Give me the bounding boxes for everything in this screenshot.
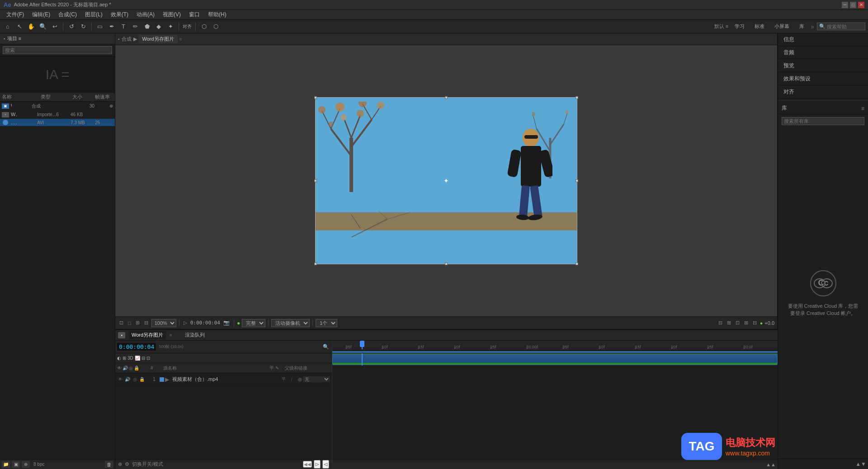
brush-tool-btn[interactable]: ✏	[130, 22, 140, 32]
workspace-small[interactable]: 小屏幕	[771, 22, 793, 31]
timeline-extra-btn[interactable]: ⊡	[146, 356, 150, 361]
restore-button[interactable]: □	[850, 2, 856, 8]
pan-tool-btn[interactable]: ✋	[26, 22, 36, 32]
timeline-settings-btn[interactable]: ⚙	[125, 461, 129, 467]
right-panel-collapse-btn[interactable]: ▼	[861, 461, 866, 467]
timeline-tab-menu[interactable]: ≡	[170, 333, 172, 338]
home-tool-btn[interactable]: ⌂	[3, 22, 13, 32]
viewer-safe-btn[interactable]: ⊟	[751, 319, 758, 326]
new-layer-btn[interactable]: ⊕	[118, 461, 122, 467]
tool-extra-1[interactable]: ⬡	[199, 22, 209, 32]
handle-mid-left[interactable]	[314, 179, 317, 182]
render-queue-tab[interactable]: 渲染队列	[185, 332, 205, 338]
layer-expand-btn[interactable]: ▶	[165, 376, 171, 383]
zoom-select[interactable]: 100% 50% 200%	[151, 319, 176, 327]
align-snap-btn[interactable]: 对齐	[182, 22, 192, 32]
help-search-input[interactable]	[827, 24, 863, 29]
list-item[interactable]: ....mp4 AVI 7.3 MB 25	[0, 119, 115, 126]
menu-animate[interactable]: 动画(A)	[133, 10, 158, 19]
workspace-more-icon[interactable]: »	[811, 23, 814, 30]
timeline-playhead[interactable]	[362, 341, 363, 349]
eraser-tool-btn[interactable]: ◆	[154, 22, 164, 32]
project-search-input[interactable]	[3, 46, 112, 54]
new-item-btn[interactable]: ⊕	[22, 461, 30, 468]
viewer-3d-btn[interactable]: ⊡	[734, 319, 741, 326]
right-tab-effects[interactable]: 效果和预设	[778, 73, 868, 85]
track-clip-1[interactable]	[332, 354, 778, 365]
handle-top-left[interactable]	[314, 96, 317, 99]
undo-btn[interactable]: ↺	[66, 22, 76, 32]
menu-window[interactable]: 窗口	[185, 10, 203, 19]
layer-eye-btn[interactable]: 👁	[117, 376, 123, 383]
handle-top-center[interactable]	[445, 96, 448, 99]
viewer-camera-btn[interactable]: ▷	[182, 319, 189, 326]
handle-bottom-center[interactable]	[445, 263, 448, 265]
layer-lock-btn[interactable]: 🔒	[139, 376, 145, 383]
layer-solo-btn[interactable]: ◎	[132, 376, 138, 383]
list-item[interactable]: ▣ Word另存图片 合成 30 ⊕	[0, 102, 115, 110]
camera-select[interactable]: 活动摄像机	[271, 319, 310, 327]
menu-file[interactable]: 文件(F)	[3, 10, 28, 19]
views-select[interactable]: 1个 2个	[316, 319, 337, 327]
viewer-grid-btn[interactable]: ⊟	[143, 319, 150, 326]
zoom-tool-btn[interactable]: 🔍	[38, 22, 48, 32]
goto-start-btn[interactable]: ⊳	[314, 460, 321, 469]
viewer-snapshot-btn[interactable]: 📷	[222, 319, 231, 326]
menu-edit[interactable]: 编辑(E)	[28, 10, 54, 19]
right-panel-expand-btn[interactable]: ▲	[855, 461, 861, 467]
graph-editor-btn[interactable]: 📈	[135, 356, 140, 361]
timeline-tab-comp[interactable]: Word另存图片	[129, 331, 166, 339]
tool-extra-2[interactable]: ⬡	[211, 22, 221, 32]
timeline-right-expand-btn[interactable]: ▲	[771, 462, 776, 467]
handle-bottom-right[interactable]	[576, 263, 578, 265]
library-search-input[interactable]	[782, 117, 864, 125]
menu-compose[interactable]: 合成(C)	[55, 10, 80, 19]
layer-switches-btn[interactable]: ⊟	[142, 356, 145, 361]
handle-top-right[interactable]	[576, 96, 578, 99]
library-menu-btn[interactable]: ≡	[861, 105, 864, 112]
new-comp-btn[interactable]: ▣	[12, 461, 20, 468]
minimize-button[interactable]: ─	[842, 2, 848, 8]
new-folder-btn[interactable]: 📁	[2, 461, 10, 468]
close-button[interactable]: ✕	[858, 2, 864, 8]
pin-tool-btn[interactable]: ✦	[165, 22, 175, 32]
menu-layer[interactable]: 图层(L)	[81, 10, 106, 19]
layer-switch-1[interactable]: 平	[280, 376, 287, 383]
timeline-right-settings-btn[interactable]: ▲	[766, 462, 771, 467]
menu-view[interactable]: 视图(V)	[159, 10, 184, 19]
comp-name-tab[interactable]: Word另存图片	[139, 35, 178, 43]
stamp-tool-btn[interactable]: ⬟	[142, 22, 152, 32]
right-tab-align[interactable]: 对齐	[778, 86, 868, 98]
timeline-timecode[interactable]: 0:00:00:04	[117, 343, 156, 351]
workspace-library[interactable]: 库	[796, 22, 808, 31]
select-tool-btn[interactable]: ↖	[14, 22, 24, 32]
workspace-standard[interactable]: 标准	[751, 22, 768, 31]
right-tab-info[interactable]: 信息	[778, 33, 868, 46]
right-tab-audio[interactable]: 音频	[778, 47, 868, 59]
handle-mid-right[interactable]	[576, 179, 578, 182]
rect-tool-btn[interactable]: ▭	[95, 22, 105, 32]
layer-parent-select[interactable]: 无	[303, 376, 330, 382]
workspace-learn[interactable]: 学习	[731, 22, 748, 31]
pen-tool-btn[interactable]: ✒	[107, 22, 117, 32]
handle-bottom-left[interactable]	[314, 263, 317, 265]
right-tab-preview[interactable]: 预览	[778, 60, 868, 72]
menu-effects[interactable]: 效果(T)	[107, 10, 132, 19]
viewer-pixel-btn[interactable]: ⊞	[743, 319, 750, 326]
delete-item-btn[interactable]: 🗑	[105, 461, 113, 468]
redo-btn[interactable]: ↻	[78, 22, 88, 32]
layer-audio-btn[interactable]: 🔊	[124, 376, 131, 383]
goto-end-btn[interactable]: ⊲	[322, 460, 329, 469]
viewer-snap-btn[interactable]: ⊡	[118, 319, 125, 326]
rotate-tool-btn[interactable]: ↩	[50, 22, 60, 32]
viewer-guide-btn[interactable]: ⊞	[134, 319, 141, 326]
viewer-mask-btn[interactable]: □	[127, 320, 132, 326]
timeline-search-btn[interactable]: 🔍	[322, 343, 330, 351]
menu-help[interactable]: 帮助(H)	[204, 10, 230, 19]
draft-3d-btn[interactable]: 3D	[127, 356, 133, 361]
viewer-comp-btn[interactable]: ⊟	[717, 319, 724, 326]
frame-blend-btn[interactable]: ⊞	[123, 356, 126, 361]
play-backward-btn[interactable]: ◀◀	[303, 461, 312, 468]
motion-blur-btn[interactable]: ◐	[117, 356, 121, 361]
list-item[interactable]: ▫ Word另存图... Importe...6 46 KB	[0, 110, 115, 119]
